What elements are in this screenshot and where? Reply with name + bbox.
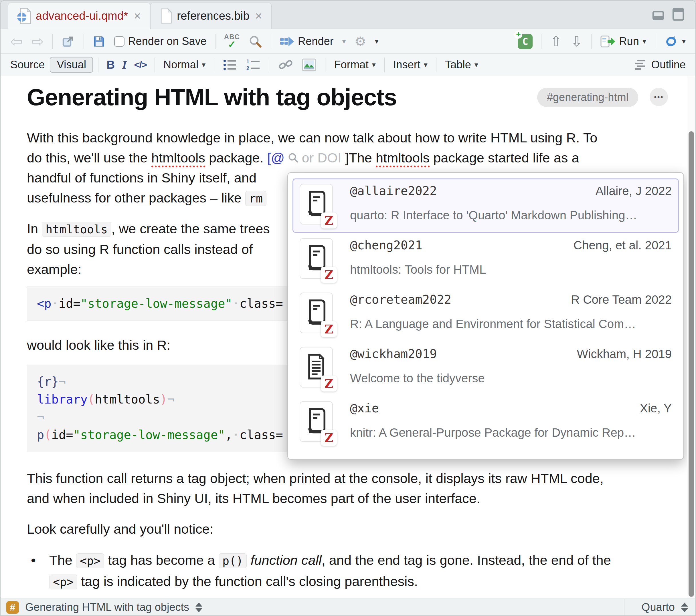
image-icon[interactable]: [298, 56, 320, 73]
bullet-list-item: • The <p> tag has become a p() function …: [27, 550, 668, 592]
citation-title: quarto: R Interface to 'Quarto' Markdown…: [350, 209, 672, 225]
render-on-save-toggle[interactable]: Render on Save: [111, 33, 210, 49]
text-segment: or DOI: [298, 150, 345, 165]
tab-filename: advanced-ui.qmd*: [36, 10, 128, 22]
citation-item[interactable]: Z @wickham2019 Wickham, H 2019 Welcome t…: [292, 341, 679, 396]
link-icon[interactable]: [275, 56, 297, 74]
text-segment: ,: [225, 428, 232, 442]
rerun-button[interactable]: ▾: [660, 32, 689, 51]
citation-item[interactable]: Z @rcoreteam2022 R Core Team 2022 R: A L…: [292, 287, 679, 341]
table-menu[interactable]: Table ▾: [442, 57, 481, 72]
text-segment: p(): [219, 553, 247, 568]
citation-item[interactable]: Z @allaire2022 Allaire, J 2022 quarto: R…: [292, 178, 679, 233]
toolbar-separator: [214, 58, 215, 72]
citation-header: @rcoreteam2022 R Core Team 2022: [350, 293, 672, 309]
rerun-dropdown-caret[interactable]: ▾: [682, 37, 686, 46]
citation-title: R: A Language and Environment for Statis…: [350, 317, 672, 334]
back-icon[interactable]: ⇦: [7, 32, 26, 51]
numbered-list-icon[interactable]: 1 2: [243, 57, 265, 73]
citation-author-year: R Core Team 2022: [571, 293, 672, 307]
bullet-text: The <p> tag has become a p() function ca…: [49, 550, 611, 592]
text-segment: package.: [205, 150, 267, 165]
italic-icon[interactable]: I: [119, 58, 130, 71]
citation-id: @rcoreteam2022: [350, 293, 571, 307]
tab-references-bib[interactable]: references.bib ×: [150, 3, 272, 29]
page-title: Generating HTML with tag objects: [27, 84, 537, 111]
citation-item[interactable]: Z @cheng2021 Cheng, et al. 2021 htmltool…: [292, 233, 679, 287]
spellcheck-icon[interactable]: ABC ✓: [221, 32, 243, 50]
visual-mode-button[interactable]: Visual: [50, 57, 93, 72]
text-segment: [247, 552, 250, 568]
text-segment: ·: [232, 296, 239, 311]
close-tab-icon[interactable]: ×: [132, 9, 142, 23]
run-dropdown-caret[interactable]: ▾: [643, 37, 646, 46]
gear-icon[interactable]: ⚙: [351, 33, 370, 50]
text-segment: In: [27, 221, 42, 236]
paragraph-style-dropdown[interactable]: Normal ▾: [160, 57, 209, 72]
document-mode-selector[interactable]: Quarto: [624, 599, 695, 615]
scrollbar-thumb[interactable]: [689, 131, 694, 597]
section-overflow-menu-icon[interactable]: •••: [650, 88, 668, 106]
text-line: This function call returns a tag object;…: [27, 468, 668, 488]
open-in-new-window-icon[interactable]: [58, 33, 78, 50]
maximize-pane-icon[interactable]: [671, 7, 685, 21]
render-dropdown-caret[interactable]: ▾: [338, 35, 349, 47]
file-icon: [159, 8, 172, 24]
citation-source-icon-frame: Z: [300, 184, 333, 225]
insert-menu[interactable]: Insert ▾: [390, 57, 431, 72]
section-navigator-caret-icon[interactable]: [195, 603, 202, 612]
paragraph: Look carefully and you'll notice:: [27, 519, 668, 539]
bold-icon[interactable]: B: [104, 58, 117, 71]
text-segment: "storage-low-message": [80, 296, 232, 311]
text-segment: ]The: [345, 150, 376, 165]
tab-advanced-ui-qmd[interactable]: advanced-ui.qmd* ×: [8, 3, 150, 29]
tab-filename: references.bib: [177, 10, 249, 22]
citation-author-year: Wickham, H 2019: [577, 347, 672, 361]
paragraph: This function call returns a tag object;…: [27, 468, 668, 508]
source-mode-button[interactable]: Source: [7, 57, 48, 72]
editor-scrollbar[interactable]: [687, 76, 695, 599]
run-icon: [600, 35, 616, 48]
text-segment: htmltools: [95, 392, 160, 406]
render-icon: [280, 35, 295, 48]
text-segment: library: [37, 392, 88, 406]
options-dropdown-caret[interactable]: ▾: [371, 35, 382, 47]
inline-code-icon[interactable]: </>: [131, 59, 149, 70]
jump-previous-icon[interactable]: ⇧: [547, 33, 566, 50]
citation-title: knitr: A General-Purpose Package for Dyn…: [350, 426, 672, 442]
text-line-with-citation-input: do this, we'll use the htmltools package…: [27, 148, 668, 168]
text-segment: , we create the same trees: [111, 221, 270, 236]
citation-header: @cheng2021 Cheng, et al. 2021: [350, 238, 672, 255]
citation-item[interactable]: Z @xie Xie, Y knitr: A General-Purpose P…: [292, 396, 679, 450]
insert-chunk-button[interactable]: C +: [514, 32, 536, 51]
section-navigator[interactable]: Generating HTML with tag objects: [25, 601, 189, 613]
text-segment: ¬: [59, 375, 66, 389]
format-menu[interactable]: Format ▾: [331, 57, 379, 72]
text-line: The <p> tag has become a p() function ca…: [49, 550, 611, 571]
citation-author-year: Cheng, et al. 2021: [573, 239, 672, 252]
main-toolbar: ⇦ ⇨ Render on Save ABC ✓: [1, 29, 695, 54]
text-segment: <p: [37, 296, 51, 311]
outline-icon: [635, 59, 648, 71]
render-on-save-checkbox[interactable]: [114, 36, 125, 47]
heading-row: Generating HTML with tag objects #genera…: [27, 84, 668, 111]
svg-text:2: 2: [247, 65, 249, 71]
jump-next-icon[interactable]: ⇩: [567, 33, 586, 50]
find-replace-icon[interactable]: [245, 33, 266, 50]
outline-toggle[interactable]: Outline: [631, 57, 689, 72]
citation-id: @wickham2019: [350, 347, 577, 361]
outline-label: Outline: [651, 59, 686, 71]
save-icon[interactable]: [89, 33, 109, 50]
bullet-list-icon[interactable]: [220, 57, 241, 73]
svg-text:1: 1: [247, 59, 249, 64]
forward-icon[interactable]: ⇨: [28, 32, 48, 51]
citation-id: @xie: [350, 401, 640, 415]
text-segment: do this, we'll use the: [27, 150, 152, 165]
minimize-pane-icon[interactable]: [651, 7, 666, 21]
render-button[interactable]: Render: [276, 33, 337, 49]
zotero-badge-icon: Z: [321, 375, 337, 391]
visual-editor-canvas[interactable]: Generating HTML with tag objects #genera…: [1, 76, 695, 599]
run-button[interactable]: Run ▾: [597, 33, 650, 50]
text-segment: ¬: [167, 392, 174, 406]
close-tab-icon[interactable]: ×: [254, 9, 263, 23]
